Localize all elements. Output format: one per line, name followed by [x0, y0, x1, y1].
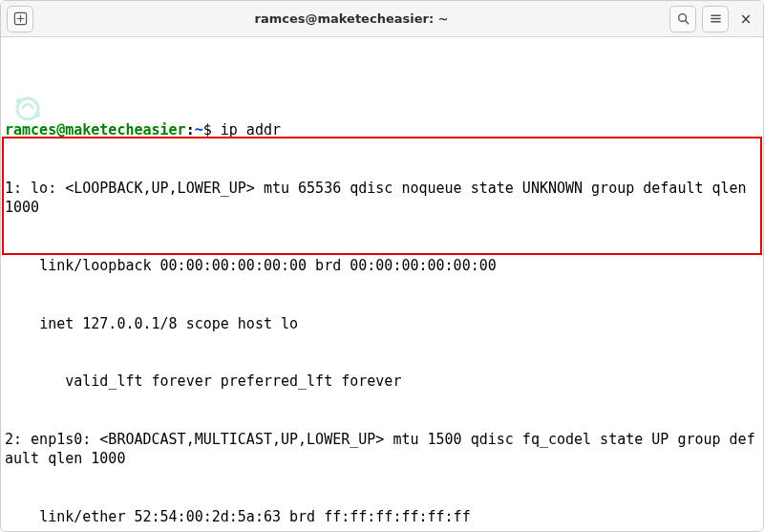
search-icon — [676, 11, 690, 26]
titlebar-controls: × — [669, 6, 757, 32]
output-line: inet 127.0.0.1/8 scope host lo — [5, 314, 759, 333]
watermark-logo — [11, 53, 45, 87]
window-title: ramces@maketecheasier: ~ — [39, 11, 664, 26]
output-line: link/loopback 00:00:00:00:00:00 brd 00:0… — [5, 256, 759, 275]
svg-point-2 — [17, 98, 38, 119]
prompt-dollar: $ — [203, 121, 212, 138]
hamburger-icon — [709, 11, 723, 26]
terminal-area[interactable]: ramces@maketecheasier:~$ ip addr 1: lo: … — [1, 37, 763, 532]
menu-button[interactable] — [702, 6, 729, 32]
prompt-path: ~ — [195, 121, 203, 138]
new-tab-button[interactable] — [7, 6, 33, 32]
output-line: 2: enp1s0: <BROADCAST,MULTICAST,UP,LOWER… — [5, 430, 759, 469]
titlebar: ramces@maketecheasier: ~ × — [1, 1, 763, 37]
terminal-line: ramces@maketecheasier:~$ ip addr — [5, 120, 759, 139]
plus-box-icon — [13, 11, 28, 26]
svg-point-4 — [34, 112, 40, 117]
prompt-sep: : — [186, 121, 195, 138]
output-line: link/ether 52:54:00:2d:5a:63 brd ff:ff:f… — [5, 507, 759, 526]
close-button[interactable]: × — [734, 8, 757, 31]
prompt-user: ramces@maketecheasier — [5, 121, 186, 138]
command-text: ip addr — [212, 121, 281, 138]
output-line: 1: lo: <LOOPBACK,UP,LOWER_UP> mtu 65536 … — [5, 179, 759, 218]
close-icon: × — [740, 11, 753, 28]
search-button[interactable] — [669, 6, 696, 32]
output-line: valid_lft forever preferred_lft forever — [5, 372, 759, 391]
svg-point-3 — [16, 98, 22, 104]
